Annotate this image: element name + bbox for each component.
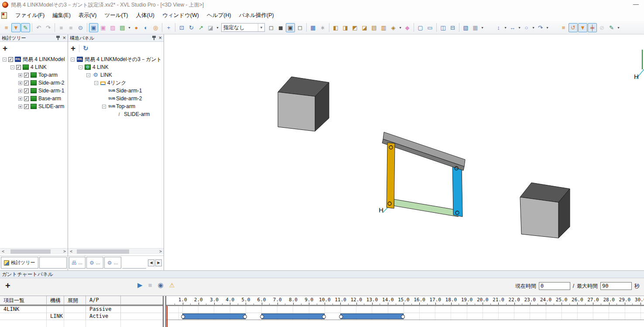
add-item-button[interactable]: + xyxy=(3,44,7,52)
select-face-icon[interactable]: ▣ xyxy=(99,23,108,32)
tree-expander-icon[interactable]: - xyxy=(10,65,14,69)
tree-checkbox[interactable]: ✓ xyxy=(24,73,29,78)
structure-hscrollbar[interactable]: < > xyxy=(68,248,164,254)
play-button[interactable]: ▶ xyxy=(137,282,143,288)
structure-tree-item[interactable]: - ⚙ LINK xyxy=(68,71,164,79)
study-tree-item[interactable]: - ✓ 4 LINK xyxy=(0,63,68,71)
fit-view-icon[interactable]: ⊡ xyxy=(177,23,186,32)
swing-part-icon[interactable]: ↷ xyxy=(536,23,545,32)
pin-icon[interactable] xyxy=(56,35,60,41)
cube-part-2[interactable] xyxy=(520,183,570,238)
study-tree-item[interactable]: - ✓ XVL 簡易 4 LINKModel xyxy=(0,55,68,63)
structure-tree-item[interactable]: - ⚙ 4 LINK xyxy=(68,63,164,71)
menu-item[interactable]: パネル操作(P) xyxy=(235,10,278,20)
tree-expander-icon[interactable]: + xyxy=(18,73,22,77)
side-arm-2-part[interactable] xyxy=(452,162,462,217)
camera-icon[interactable]: ◉ xyxy=(158,282,164,288)
structure-tree-item[interactable]: SUB Side-arm-1 xyxy=(68,87,164,95)
shading-hiddenline-icon[interactable]: ◻ xyxy=(295,23,305,32)
tree-expander-icon[interactable]: - xyxy=(102,105,106,109)
copy-shape-icon[interactable]: ■ xyxy=(57,23,66,32)
paste-shape-icon[interactable]: ■ xyxy=(66,23,75,32)
close-icon[interactable]: × xyxy=(158,36,162,40)
col-header-expand[interactable]: 展開 xyxy=(64,296,86,305)
select-assembly-icon[interactable]: ▤ xyxy=(118,23,127,32)
remove-joint-icon[interactable]: ◐ xyxy=(141,23,151,32)
view-front-icon[interactable]: ◧ xyxy=(331,23,340,32)
shading-textured-icon[interactable]: ▣ xyxy=(286,23,295,32)
gantt-bar[interactable] xyxy=(182,313,246,319)
edit-panel-toggle-icon[interactable]: ✎ xyxy=(21,23,30,32)
structure-panel-icon[interactable]: ↺ xyxy=(569,23,578,32)
tree-panel-icon[interactable]: ≡ xyxy=(559,23,568,32)
tree-expander-icon[interactable]: - xyxy=(94,81,98,85)
stop-button[interactable]: ■ xyxy=(148,282,152,288)
redo-icon[interactable]: ↷ xyxy=(44,23,53,32)
tree-expander-icon[interactable]: + xyxy=(18,105,22,109)
split-vertical-icon[interactable]: ◫ xyxy=(438,23,448,32)
gantt-row-4link[interactable]: 4LINK Passive xyxy=(0,306,163,313)
rotate-part-icon[interactable]: ○ xyxy=(522,23,531,32)
study-tree-item[interactable]: + ✓ Base-arm xyxy=(0,95,68,102)
structure-tree-item[interactable]: - 4リンク xyxy=(68,79,164,87)
export-image-icon[interactable]: ▧ xyxy=(461,23,470,32)
visibility-blink-icon[interactable]: ∗ xyxy=(318,23,327,32)
tab-scroll-right-icon[interactable]: ▶ xyxy=(155,259,162,266)
study-tree-item[interactable]: + ✓ Side-arm-2 xyxy=(0,79,68,87)
tree-checkbox[interactable]: ✓ xyxy=(24,104,29,109)
tree-checkbox[interactable]: ✓ xyxy=(24,81,29,85)
perspective-view-icon[interactable]: ◆ xyxy=(403,23,412,32)
scroll-left-icon[interactable]: < xyxy=(0,249,6,254)
gantt-splitter[interactable] xyxy=(163,296,166,327)
gantt-add-button[interactable]: + xyxy=(5,281,10,291)
find-binoculars-icon[interactable]: ⊙ xyxy=(76,23,85,32)
view-left-icon[interactable]: ◩ xyxy=(350,23,360,32)
paint-color-icon[interactable]: ◪ xyxy=(206,23,215,32)
menu-item[interactable]: ウィンドウ(W) xyxy=(158,10,203,20)
structure-tree-item[interactable]: / SLIDE-arm xyxy=(68,110,164,118)
pin-icon[interactable] xyxy=(152,35,156,41)
scroll-right-icon[interactable]: > xyxy=(62,249,68,254)
menu-item[interactable]: 編集(E) xyxy=(48,10,75,20)
menu-item[interactable]: 人体(U) xyxy=(132,10,158,20)
note-edit-icon[interactable]: ✎ xyxy=(607,23,616,32)
tab-study-tree[interactable]: 検討ツリー xyxy=(1,257,38,269)
side-arm-1-part[interactable] xyxy=(387,143,395,208)
study-tree-panel-icon[interactable]: ≡ xyxy=(2,23,11,32)
tree-expander-icon[interactable]: + xyxy=(18,81,22,85)
chevron-down-icon[interactable]: ▼ xyxy=(258,24,264,31)
scrollbar-thumb[interactable] xyxy=(10,249,51,254)
tree-expander-icon[interactable]: - xyxy=(3,58,7,61)
split-horizontal-icon[interactable]: ⊟ xyxy=(448,23,457,32)
menu-item[interactable]: ツール(T) xyxy=(100,10,132,20)
measure-distance-icon[interactable]: ↕ xyxy=(494,23,503,32)
add-joint-icon[interactable]: ● xyxy=(132,23,141,32)
presentation-icon[interactable]: ▦ xyxy=(308,23,318,32)
structure-tree-item[interactable]: - XVL 簡易 4 LINKModelその3－ガント xyxy=(68,55,164,63)
view-top-icon[interactable]: ▤ xyxy=(370,23,379,32)
structure-tree-item[interactable]: - SUB Top-arm xyxy=(68,102,164,110)
tree-expander-icon[interactable]: - xyxy=(86,73,90,77)
gantt-chart-icon[interactable]: ▼ xyxy=(578,23,587,32)
tree-checkbox[interactable]: ✓ xyxy=(24,96,29,101)
base-arm-part[interactable] xyxy=(394,199,458,217)
menu-item[interactable]: 表示(V) xyxy=(75,10,101,20)
tree-expander-icon[interactable]: + xyxy=(18,89,22,93)
orbit-view-icon[interactable]: ↻ xyxy=(187,23,196,32)
minimize-button[interactable]: — xyxy=(633,1,639,7)
tree-expander-icon[interactable]: + xyxy=(18,97,22,101)
shading-wireframe-icon[interactable]: ◻ xyxy=(267,23,276,32)
study-tree-item[interactable]: + ✓ SLIDE-arm xyxy=(0,102,68,110)
move-part-icon[interactable]: ↔ xyxy=(508,23,517,32)
col-header-items[interactable]: 項目一覧 xyxy=(0,296,47,305)
scroll-right-icon[interactable]: > xyxy=(158,249,164,254)
scroll-left-icon[interactable]: < xyxy=(68,249,74,254)
capture-image-icon[interactable]: ▦ xyxy=(471,23,480,32)
add-structure-button[interactable]: + xyxy=(71,44,75,52)
shading-solid-icon[interactable]: ◼ xyxy=(276,23,285,32)
tree-checkbox[interactable]: ✓ xyxy=(24,89,29,93)
structure-tree-item[interactable]: SUB Side-arm-2 xyxy=(68,95,164,102)
tree-expander-icon[interactable]: - xyxy=(79,65,82,69)
close-icon[interactable]: × xyxy=(62,36,66,40)
view-back-icon[interactable]: ◨ xyxy=(341,23,350,32)
